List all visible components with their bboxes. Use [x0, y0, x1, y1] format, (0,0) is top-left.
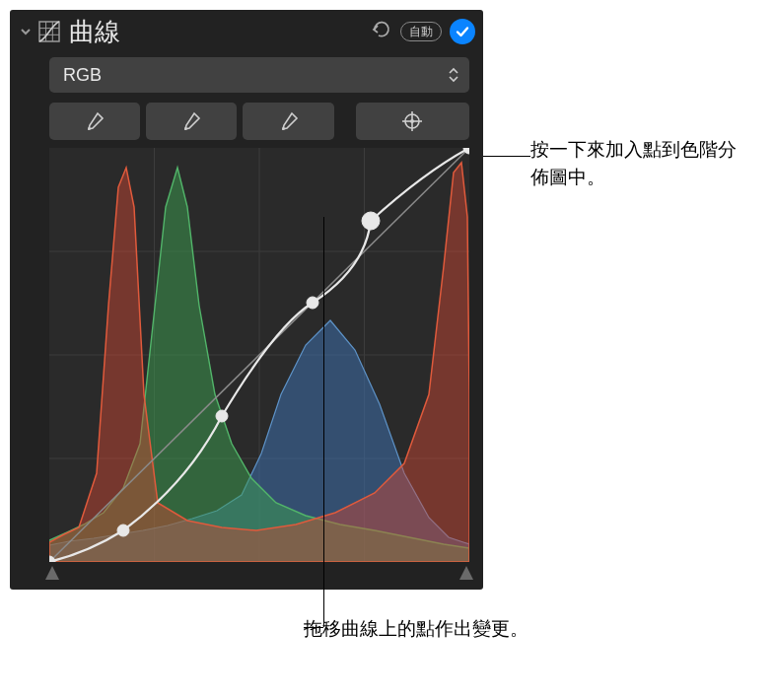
svg-point-20	[117, 525, 129, 536]
svg-point-23	[362, 212, 380, 230]
range-slider[interactable]	[49, 566, 469, 584]
svg-point-22	[307, 297, 318, 309]
channel-select[interactable]: RGB	[49, 57, 469, 93]
enabled-toggle[interactable]	[450, 19, 475, 44]
svg-point-11	[410, 119, 414, 123]
black-point-eyedropper-button[interactable]	[49, 103, 140, 140]
eyedropper-toolbar	[10, 103, 483, 148]
panel-title: 曲線	[69, 15, 363, 49]
disclosure-chevron-icon[interactable]	[16, 26, 35, 37]
select-stepper-icon	[448, 66, 459, 84]
svg-point-21	[216, 410, 228, 422]
gray-point-eyedropper-button[interactable]	[146, 103, 237, 140]
callout-add-point: 按一下來加入點到色階分佈圖中。	[530, 136, 747, 190]
add-point-button[interactable]	[356, 103, 469, 140]
svg-point-5	[88, 127, 91, 130]
panel-header: 曲線 自動	[10, 10, 483, 53]
curves-histogram[interactable]	[49, 148, 469, 562]
white-point-knob[interactable]	[459, 566, 473, 580]
callout-drag-point: 拖移曲線上的點作出變更。	[304, 615, 528, 643]
svg-point-7	[282, 127, 285, 130]
auto-button[interactable]: 自動	[400, 22, 442, 41]
svg-point-6	[184, 127, 187, 130]
undo-icon[interactable]	[371, 21, 392, 42]
curves-icon	[35, 18, 63, 45]
curves-panel: 曲線 自動 RGB	[10, 10, 483, 590]
channel-select-value: RGB	[63, 65, 448, 86]
black-point-knob[interactable]	[45, 566, 59, 580]
white-point-eyedropper-button[interactable]	[243, 103, 333, 140]
